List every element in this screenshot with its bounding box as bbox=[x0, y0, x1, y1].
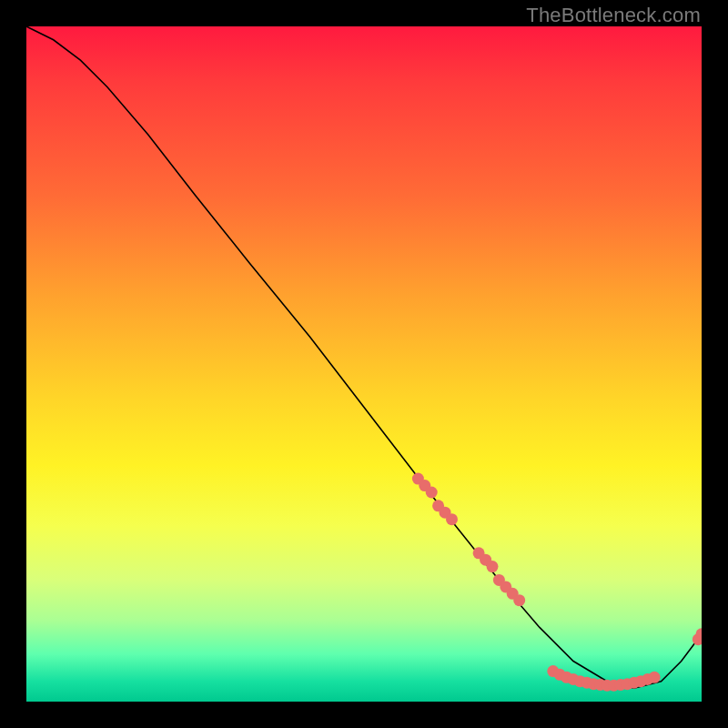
data-point bbox=[568, 673, 580, 685]
data-point bbox=[547, 665, 559, 677]
data-point bbox=[487, 561, 499, 572]
data-point bbox=[615, 679, 627, 691]
chart-svg bbox=[26, 26, 702, 702]
data-point bbox=[635, 675, 647, 687]
data-point bbox=[693, 633, 702, 645]
data-point bbox=[426, 487, 438, 499]
data-point bbox=[554, 669, 566, 681]
data-point bbox=[696, 628, 703, 640]
data-point bbox=[513, 594, 525, 606]
data-point bbox=[594, 679, 606, 691]
data-point bbox=[480, 554, 491, 566]
data-point bbox=[419, 480, 430, 491]
data-point bbox=[602, 680, 613, 692]
data-point bbox=[493, 574, 505, 586]
bottleneck-curve bbox=[26, 26, 702, 688]
data-point bbox=[581, 677, 592, 689]
data-point bbox=[440, 507, 451, 519]
data-point bbox=[500, 581, 511, 592]
data-point bbox=[588, 678, 600, 690]
plot-area bbox=[26, 26, 702, 702]
data-point bbox=[622, 678, 633, 690]
data-point bbox=[642, 673, 653, 685]
data-point bbox=[507, 588, 519, 600]
watermark-text: TheBottleneck.com bbox=[526, 4, 701, 27]
data-point bbox=[574, 675, 586, 687]
data-point bbox=[412, 473, 424, 485]
data-point bbox=[649, 672, 661, 683]
data-point bbox=[608, 680, 620, 692]
scatter-points bbox=[412, 473, 702, 692]
data-point bbox=[473, 547, 485, 559]
data-point bbox=[561, 672, 572, 683]
data-point bbox=[628, 677, 640, 689]
data-point bbox=[432, 500, 444, 511]
data-point bbox=[446, 513, 458, 525]
chart-stage: TheBottleneck.com bbox=[0, 0, 728, 728]
